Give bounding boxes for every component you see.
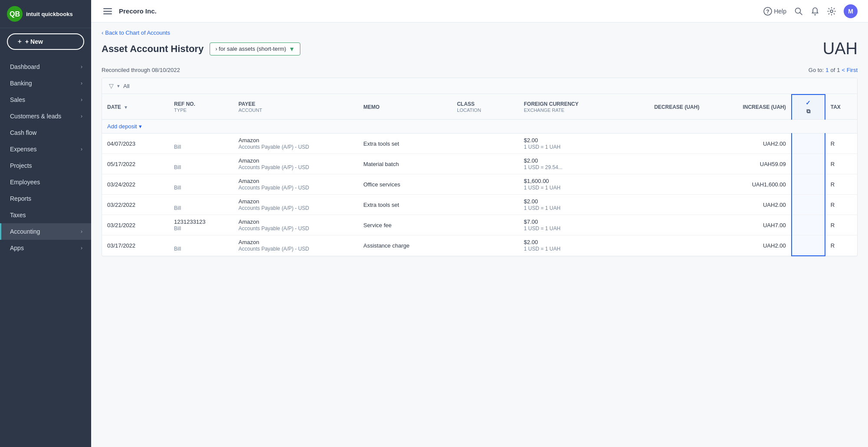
col-header-payee[interactable]: PAYEEACCOUNT xyxy=(233,95,358,120)
cell-tax: R xyxy=(825,134,857,154)
cell-increase: UAH2.00 xyxy=(704,134,791,154)
dropdown-label: › for sale assets (short-term) xyxy=(215,46,286,52)
settings-button[interactable] xyxy=(827,7,836,16)
goto-current-page[interactable]: 1 xyxy=(825,67,829,73)
main-content: Precoro Inc. ? Help M ‹ xyxy=(91,0,868,447)
cell-memo: Extra tools set xyxy=(358,195,452,215)
cell-foreign: $2.001 USD = 1 UAH xyxy=(519,235,619,256)
cell-memo: Service fee xyxy=(358,215,452,235)
svg-rect-2 xyxy=(103,8,112,9)
cell-ref: Bill xyxy=(169,154,233,174)
add-deposit-label: Add deposit xyxy=(107,123,137,130)
new-button[interactable]: ＋ + New xyxy=(7,33,84,50)
filter-arrow-icon: ▾ xyxy=(117,83,120,89)
reconciled-text: Reconciled through 08/10/2022 xyxy=(102,67,180,73)
cell-memo: Material batch xyxy=(358,154,452,174)
sidebar-item-reports[interactable]: Reports xyxy=(0,190,91,207)
table-row[interactable]: 03/22/2022 Bill AmazonAccounts Payable (… xyxy=(102,195,857,215)
cell-tax: R xyxy=(825,154,857,174)
svg-point-10 xyxy=(830,10,833,13)
cell-decrease xyxy=(619,235,704,256)
cell-tax: R xyxy=(825,235,857,256)
back-link[interactable]: ‹ Back to Chart of Accounts xyxy=(102,29,858,36)
filter-icon: ▽ xyxy=(109,82,114,89)
cell-tax: R xyxy=(825,215,857,235)
cell-class xyxy=(452,154,519,174)
cell-date: 03/22/2022 xyxy=(102,195,169,215)
cell-foreign: $1,600.001 USD = 1 UAH xyxy=(519,174,619,195)
cell-payee: AmazonAccounts Payable (A/P) - USD xyxy=(233,215,358,235)
svg-point-9 xyxy=(815,14,816,15)
add-deposit-button[interactable]: Add deposit ▾ xyxy=(107,123,142,130)
help-button[interactable]: ? Help xyxy=(763,7,786,16)
sidebar-item-cashflow[interactable]: Cash flow xyxy=(0,124,91,141)
table-row[interactable]: 03/24/2022 Bill AmazonAccounts Payable (… xyxy=(102,174,857,195)
cell-decrease xyxy=(619,215,704,235)
sidebar-item-taxes[interactable]: Taxes xyxy=(0,207,91,223)
col-header-memo[interactable]: MEMO xyxy=(358,95,452,120)
sidebar-item-dashboard[interactable]: Dashboard › xyxy=(0,59,91,75)
topbar-right: ? Help M xyxy=(763,4,858,18)
col-header-decrease[interactable]: DECREASE (UAH) xyxy=(619,95,704,120)
table-row[interactable]: 03/17/2022 Bill AmazonAccounts Payable (… xyxy=(102,235,857,256)
table-row[interactable]: 03/21/2022 1231233123Bill AmazonAccounts… xyxy=(102,215,857,235)
sidebar-item-banking[interactable]: Banking › xyxy=(0,75,91,91)
col-header-foreign[interactable]: FOREIGN CURRENCYEXCHANGE RATE xyxy=(519,95,619,120)
cell-memo: Extra tools set xyxy=(358,134,452,154)
sidebar-item-projects[interactable]: Projects xyxy=(0,157,91,174)
notifications-button[interactable] xyxy=(811,7,819,16)
quickbooks-logo-icon: QB xyxy=(7,6,23,22)
sidebar-nav: Dashboard › Banking › Sales › Customers … xyxy=(0,55,91,447)
col-header-date[interactable]: DATE ▼ xyxy=(102,95,169,120)
chevron-right-icon: › xyxy=(81,80,82,86)
cell-increase: UAH2.00 xyxy=(704,235,791,256)
cell-class xyxy=(452,235,519,256)
table-row[interactable]: 04/07/2023 Bill AmazonAccounts Payable (… xyxy=(102,134,857,154)
page-content: ‹ Back to Chart of Accounts Asset Accoun… xyxy=(91,23,868,447)
sidebar-logo: QB intuit quickbooks xyxy=(0,0,91,28)
cell-check xyxy=(792,154,825,174)
cell-increase: UAH59.09 xyxy=(704,154,791,174)
copy-icon[interactable]: ⧉ xyxy=(806,108,810,115)
table-row[interactable]: 05/17/2022 Bill AmazonAccounts Payable (… xyxy=(102,154,857,174)
sidebar-item-sales[interactable]: Sales › xyxy=(0,91,91,108)
col-header-ref[interactable]: REF NO.TYPE xyxy=(169,95,233,120)
cell-ref: Bill xyxy=(169,174,233,195)
goto-controls: Go to: 1 of 1 < First xyxy=(809,67,858,73)
cell-date: 03/21/2022 xyxy=(102,215,169,235)
filter-bar: ▽ ▾ All xyxy=(102,78,857,94)
back-link-label: Back to Chart of Accounts xyxy=(105,29,170,36)
sidebar-item-expenses[interactable]: Expenses › xyxy=(0,141,91,157)
col-header-class[interactable]: CLASSLOCATION xyxy=(452,95,519,120)
sidebar-item-accounting[interactable]: Accounting › xyxy=(0,223,91,240)
sidebar-item-apps[interactable]: Apps › xyxy=(0,240,91,256)
transactions-table: DATE ▼ REF NO.TYPE PAYEEACCOUNT MEMO CLA… xyxy=(102,94,857,256)
search-button[interactable] xyxy=(794,7,803,16)
chevron-right-icon: › xyxy=(81,64,82,70)
cell-ref: 1231233123Bill xyxy=(169,215,233,235)
account-dropdown[interactable]: › for sale assets (short-term) ▼ xyxy=(210,42,300,55)
cell-ref: Bill xyxy=(169,195,233,215)
avatar[interactable]: M xyxy=(844,4,858,18)
col-header-tax[interactable]: TAX xyxy=(825,95,857,120)
cell-increase: UAH7.00 xyxy=(704,215,791,235)
chevron-right-icon: › xyxy=(81,146,82,152)
sidebar: QB intuit quickbooks ＋ + New Dashboard ›… xyxy=(0,0,91,447)
cell-check xyxy=(792,235,825,256)
menu-icon[interactable] xyxy=(102,5,114,17)
help-label: Help xyxy=(774,8,786,15)
cell-tax: R xyxy=(825,174,857,195)
topbar-left: Precoro Inc. xyxy=(102,5,157,17)
svg-text:?: ? xyxy=(766,9,769,15)
goto-first-link[interactable]: < First xyxy=(842,67,858,73)
cell-date: 03/17/2022 xyxy=(102,235,169,256)
sidebar-item-employees[interactable]: Employees xyxy=(0,174,91,190)
page-title-left: Asset Account History › for sale assets … xyxy=(102,42,300,55)
svg-text:QB: QB xyxy=(10,10,20,18)
cell-decrease xyxy=(619,154,704,174)
sidebar-item-customers-leads[interactable]: Customers & leads › xyxy=(0,108,91,124)
cell-foreign: $2.001 USD = 1 UAH xyxy=(519,195,619,215)
chevron-right-icon: › xyxy=(81,113,82,119)
col-header-increase[interactable]: INCREASE (UAH) xyxy=(704,95,791,120)
page-title: Asset Account History xyxy=(102,43,204,55)
